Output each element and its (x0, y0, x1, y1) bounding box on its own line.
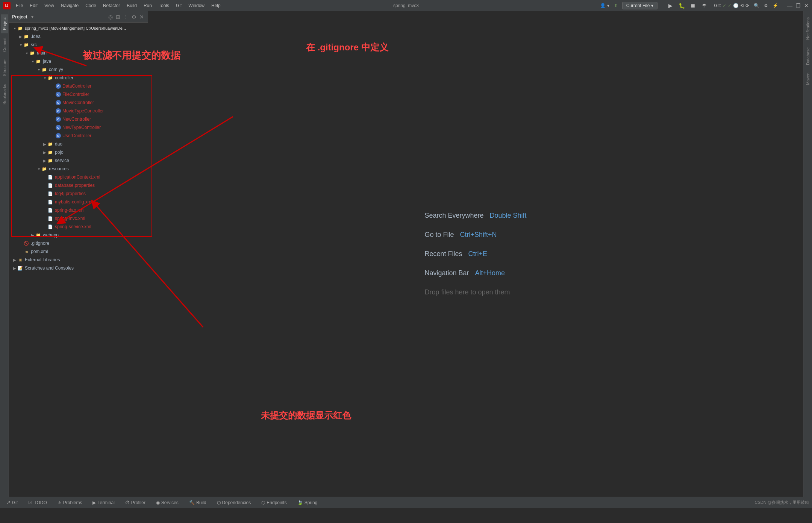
tree-controller[interactable]: ▾ 📁 controller (9, 74, 148, 82)
dao-label: dao (55, 141, 62, 147)
tree-pojo[interactable]: ▶ 📁 pojo (9, 148, 148, 156)
close-button[interactable]: ✕ (804, 3, 809, 8)
menu-build[interactable]: Build (124, 2, 140, 9)
webapp-label: webapp (43, 232, 59, 238)
tree-src[interactable]: ▾ 📁 src (9, 41, 148, 49)
left-side-tabs: Project Commit Structure Bookmarks (0, 11, 9, 497)
menu-help[interactable]: Help (208, 2, 224, 9)
tree-gitignore[interactable]: ▶ 🚫 .gitignore (9, 239, 148, 247)
sidebar-tab-database[interactable]: Database (804, 44, 812, 68)
minimize-button[interactable]: — (787, 3, 792, 8)
tree-webapp[interactable]: ▶ 📁 webapp (9, 231, 148, 239)
tree-com-yy[interactable]: ▾ 📁 com.yy (9, 65, 148, 74)
services-tab-label: Services (161, 500, 179, 505)
debug-button[interactable]: 🐛 (676, 1, 687, 10)
menu-edit[interactable]: Edit (27, 2, 41, 9)
menu-run[interactable]: Run (141, 2, 155, 9)
menu-file[interactable]: File (13, 2, 26, 9)
power-icon[interactable]: ⚡ (773, 3, 778, 8)
bottom-tab-endpoints[interactable]: ⬡ Endpoints (259, 499, 289, 506)
tree-log4j[interactable]: ▶ 📄 log4j.properties (9, 189, 148, 198)
tree-movie-type-controller[interactable]: ▶ C MovieTypeController (9, 107, 148, 115)
bottom-tab-services[interactable]: ◉ Services (154, 499, 181, 506)
gi-label: .gitignore (31, 241, 49, 246)
dp-props-icon: 📄 (47, 182, 53, 188)
tree-db-props[interactable]: ▶ 📄 database.properties (9, 181, 148, 189)
pojo-label: pojo (55, 150, 64, 155)
sidebar-tab-commit[interactable]: Commit (1, 35, 8, 55)
main-layout: Project Commit Structure Bookmarks Proje… (0, 11, 812, 497)
tree-data-controller[interactable]: ▶ C DataController (9, 82, 148, 90)
title-bar: IJ File Edit View Navigate Code Refactor… (0, 0, 812, 11)
project-tree[interactable]: ▾ 📁 spring_mvc3 [MovieMangement] C:\User… (9, 23, 148, 497)
tree-pom[interactable]: ▶ m pom.xml (9, 247, 148, 256)
collapse-all-icon[interactable]: ⊞ (115, 14, 121, 20)
profiler-tab-icon: ⏱ (125, 500, 130, 505)
tree-user-controller[interactable]: ▶ C UserController (9, 132, 148, 140)
tree-resources[interactable]: ▾ 📁 resources (9, 165, 148, 173)
main-arrow: ▾ (24, 50, 29, 56)
sidebar-tab-project[interactable]: Project (1, 14, 8, 33)
tree-service[interactable]: ▶ 📁 service (9, 156, 148, 165)
comyy-folder-icon: 📁 (41, 67, 47, 73)
menu-window[interactable]: Window (185, 2, 208, 9)
user-icon[interactable]: 👤 ▾ (600, 3, 609, 8)
sidebar-tab-structure[interactable]: Structure (1, 56, 8, 79)
panel-options-icon[interactable]: ⋮ (123, 14, 129, 20)
tree-file-controller[interactable]: ▶ C FileController (9, 90, 148, 99)
tree-new-controller[interactable]: ▶ C NewController (9, 115, 148, 123)
panel-header-buttons: ◎ ⊞ ⋮ ⚙ ✕ (108, 14, 145, 20)
dao-arrow: ▶ (42, 141, 47, 147)
maximize-button[interactable]: ❐ (795, 3, 801, 8)
tree-java[interactable]: ▾ 📁 java (9, 57, 148, 65)
dao-folder-icon: 📁 (47, 141, 53, 147)
panel-close-icon[interactable]: ✕ (139, 14, 145, 20)
bottom-tab-git[interactable]: ⎇ Git (3, 499, 20, 506)
menu-tools[interactable]: Tools (156, 2, 172, 9)
menu-refactor[interactable]: Refactor (100, 2, 123, 9)
search-everywhere-row: Search Everywhere Double Shift (424, 212, 526, 220)
tree-main[interactable]: ▾ 📁 main (9, 49, 148, 57)
src-arrow: ▾ (18, 42, 23, 47)
menu-git[interactable]: Git (173, 2, 185, 9)
menu-bar[interactable]: File Edit View Navigate Code Refactor Bu… (13, 2, 224, 9)
bottom-tab-todo[interactable]: ☑ TODO (26, 499, 49, 506)
sidebar-tab-notifications[interactable]: Notifications (804, 14, 812, 43)
bottom-tab-spring[interactable]: 🍃 Spring (295, 499, 320, 506)
menu-code[interactable]: Code (82, 2, 99, 9)
bottom-tab-dependencies[interactable]: ⬡ Dependencies (215, 499, 253, 506)
tree-app-context[interactable]: ▶ 📄 applicationContext.xml (9, 173, 148, 181)
locate-file-icon[interactable]: ◎ (108, 14, 114, 20)
coverage-button[interactable]: ☂ (699, 1, 709, 10)
stop-button[interactable]: ⏹ (688, 1, 698, 10)
tree-idea[interactable]: ▶ 📁 .idea (9, 32, 148, 41)
bottom-tab-profiler[interactable]: ⏱ Profiler (123, 499, 148, 506)
tree-new-type-controller[interactable]: ▶ C NewTypeController (9, 123, 148, 132)
menu-navigate[interactable]: Navigate (58, 2, 82, 9)
tree-spring-dao[interactable]: ▶ 📄 spring-dao.xml (9, 206, 148, 214)
bottom-tab-terminal[interactable]: ▶ Terminal (90, 499, 117, 506)
panel-settings-icon[interactable]: ⚙ (131, 14, 137, 20)
panel-dropdown[interactable]: ▾ (31, 14, 33, 20)
sidebar-tab-bookmarks[interactable]: Bookmarks (1, 81, 8, 108)
tree-scratches[interactable]: ▶ 📝 Scratches and Consoles (9, 264, 148, 272)
menu-view[interactable]: View (41, 2, 57, 9)
tree-spring-service[interactable]: ▶ 📄 spring-service.xml (9, 223, 148, 231)
project-panel: Project ▾ ◎ ⊞ ⋮ ⚙ ✕ ▾ 📁 spring_mvc3 [Mov… (9, 11, 148, 497)
vcs-icon[interactable]: ⬆ (614, 3, 618, 8)
tree-mybatis[interactable]: ▶ 📄 mybatis-config.xml (9, 198, 148, 206)
tree-external-libs[interactable]: ▶ ⊞ External Libraries (9, 256, 148, 264)
bottom-tab-build[interactable]: 🔨 Build (187, 499, 209, 506)
settings-icon[interactable]: ⚙ (764, 3, 768, 8)
search-everywhere-icon[interactable]: 🔍 (754, 3, 759, 8)
bottom-tab-problems[interactable]: ⚠ Problems (55, 499, 85, 506)
search-everywhere-shortcut: Double Shift (490, 212, 527, 220)
nav-bar-shortcut: Alt+Home (475, 269, 505, 277)
run-button[interactable]: ▶ (665, 1, 676, 10)
sidebar-tab-maven[interactable]: Maven (804, 70, 812, 88)
run-config-dropdown[interactable]: Current File ▾ (622, 2, 658, 9)
tree-root[interactable]: ▾ 📁 spring_mvc3 [MovieMangement] C:\User… (9, 24, 148, 32)
tree-spring-mvc[interactable]: ▶ 📄 spring-mvc.xml (9, 214, 148, 223)
tree-dao[interactable]: ▶ 📁 dao (9, 140, 148, 148)
tree-movie-controller[interactable]: ▶ C MovieController (9, 99, 148, 107)
